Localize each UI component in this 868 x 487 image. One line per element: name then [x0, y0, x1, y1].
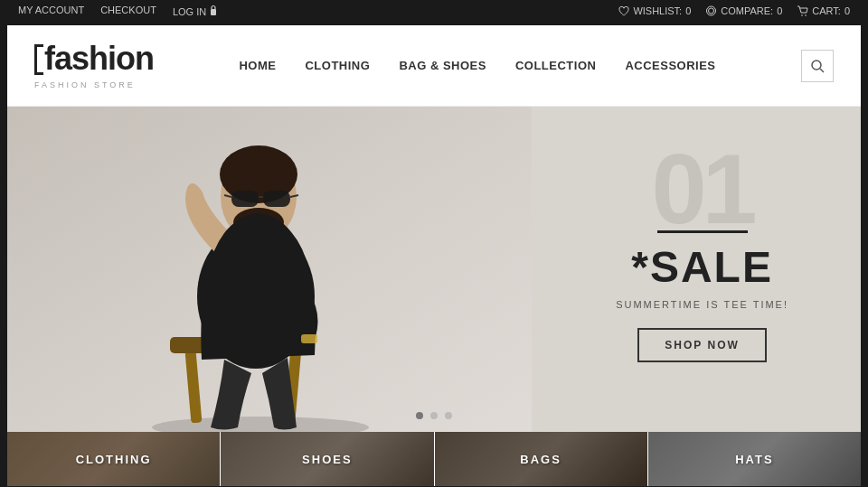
checkout-link[interactable]: CHECKOUT	[100, 5, 156, 17]
nav-bag-shoes[interactable]: BAG & SHOES	[399, 59, 486, 72]
cat-bags-bg: BAGS	[435, 432, 647, 486]
login-link[interactable]: LOG IN	[173, 5, 218, 17]
shop-now-button[interactable]: SHOP NOW	[637, 328, 766, 362]
top-bar-right: WISHLIST: 0 COMPARE: 0 CART: 0	[618, 5, 850, 16]
category-shoes[interactable]: SHOES	[220, 432, 433, 486]
logo[interactable]: fashion FASHION STORE	[34, 42, 154, 89]
svg-point-5	[812, 61, 821, 70]
cart-label: CART:	[812, 5, 841, 16]
cart-icon	[797, 5, 808, 16]
header: fashion FASHION STORE HOME CLOTHING BAG …	[7, 25, 861, 107]
slider-dot-2[interactable]	[430, 412, 438, 419]
nav-home[interactable]: HOME	[239, 59, 276, 72]
svg-line-6	[820, 69, 824, 72]
svg-rect-0	[211, 9, 216, 15]
slider-dots	[416, 412, 452, 419]
slider-dot-1[interactable]	[416, 412, 423, 419]
compare-label: COMPARE:	[721, 5, 773, 16]
logo-text: fashion	[34, 42, 154, 79]
svg-point-3	[801, 14, 803, 16]
search-icon	[810, 59, 825, 73]
svg-point-2	[709, 8, 714, 14]
category-clothing[interactable]: CLOTHING	[7, 432, 220, 486]
hero-subtitle: SUMMERTIME IS TEE TIME!	[616, 299, 788, 310]
cart-count: 0	[844, 5, 850, 16]
search-button[interactable]	[801, 50, 834, 82]
slider-dot-3[interactable]	[445, 412, 452, 419]
category-bags[interactable]: BAGS	[434, 432, 647, 486]
hero-banner: 01 *SALE SUMMERTIME IS TEE TIME! SHOP NO…	[7, 107, 861, 432]
hero-image	[7, 107, 532, 432]
category-grid: CLOTHING SHOES BAGS HATS	[7, 432, 861, 486]
heart-icon	[618, 6, 629, 16]
main-wrapper: fashion FASHION STORE HOME CLOTHING BAG …	[7, 25, 861, 486]
compare-count: 0	[777, 5, 782, 16]
nav-clothing[interactable]: CLOTHING	[305, 59, 370, 72]
hero-slide-number: 01	[651, 149, 752, 229]
wishlist-count: 0	[685, 5, 691, 16]
svg-point-4	[805, 14, 807, 16]
logo-subtitle: FASHION STORE	[34, 80, 154, 89]
top-bar: MY ACCOUNT CHECKOUT LOG IN WISHLIST: 0 C…	[0, 0, 868, 22]
compare-icon	[705, 5, 717, 16]
nav-accessories[interactable]: ACCESSORIES	[625, 59, 715, 72]
svg-rect-22	[301, 334, 317, 343]
wishlist-item[interactable]: WISHLIST: 0	[618, 5, 691, 16]
svg-rect-16	[231, 191, 259, 207]
hero-sale-text: *SALE	[616, 230, 788, 292]
lock-icon	[209, 5, 218, 15]
top-bar-left: MY ACCOUNT CHECKOUT LOG IN	[18, 5, 218, 17]
cat-hats-bg: HATS	[648, 432, 861, 486]
logo-bracket	[34, 44, 43, 75]
wishlist-label: WISHLIST:	[633, 5, 682, 16]
compare-item[interactable]: COMPARE: 0	[705, 5, 782, 16]
nav-collection[interactable]: COLLECTION	[515, 59, 597, 72]
main-nav: HOME CLOTHING BAG & SHOES COLLECTION ACC…	[239, 59, 715, 72]
cat-bags-label: BAGS	[520, 453, 561, 466]
cat-shoes-label: SHOES	[302, 453, 353, 466]
category-hats[interactable]: HATS	[647, 432, 861, 486]
logo-brand: fashion	[44, 42, 154, 75]
cat-clothing-label: CLOTHING	[76, 453, 152, 466]
cart-item[interactable]: CART: 0	[797, 5, 850, 16]
cat-clothing-bg: CLOTHING	[7, 432, 220, 486]
cat-shoes-bg: SHOES	[221, 432, 433, 486]
hero-content: 01 *SALE SUMMERTIME IS TEE TIME! SHOP NO…	[616, 176, 788, 362]
cat-hats-label: HATS	[735, 453, 773, 466]
my-account-link[interactable]: MY ACCOUNT	[18, 5, 84, 17]
svg-rect-17	[263, 191, 290, 207]
